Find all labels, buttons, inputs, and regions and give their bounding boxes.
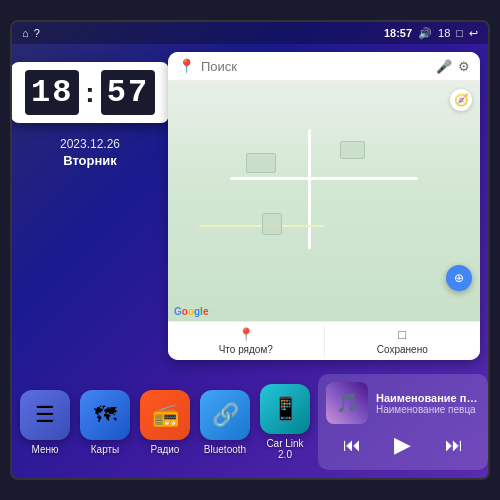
music-artist: Наименование певца [376,404,480,415]
saved-button[interactable]: □ Сохранено [325,322,481,360]
home-icon[interactable]: ⌂ [22,27,29,39]
right-panel: 📍 🎤 ⚙ 🧭 ⊕ Google [168,52,480,360]
saved-icon: □ [398,327,406,342]
status-bar: ⌂ ? 18:57 🔊 18 □ ↩ [12,22,488,44]
back-icon[interactable]: ↩ [469,27,478,40]
clock-hours: 18 [25,70,79,115]
music-panel: 🎵 Наименование песни Наименование певца … [318,374,488,470]
signal-icon: □ [456,27,463,39]
status-nav-icons: ⌂ ? [22,27,40,39]
maps-app-icon: 🗺 [80,390,130,440]
google-logo: Google [174,306,208,317]
nav-icon[interactable]: ? [34,27,40,39]
map-footer: 📍 Что рядом? □ Сохранено [168,321,480,360]
date-text: 2023.12.26 [60,137,120,151]
volume-icon: 🔊 [418,27,432,40]
map-block-3 [262,213,282,235]
gear-icon[interactable]: ⚙ [458,59,470,74]
music-info: Наименование песни Наименование певца [376,392,480,415]
app-item-bluetooth[interactable]: 🔗 Bluetooth [200,390,250,455]
map-pin-icon: 📍 [178,58,195,74]
battery-level: 18 [438,27,450,39]
map-location-button[interactable]: ⊕ [446,265,472,291]
map-compass[interactable]: 🧭 [450,89,472,111]
saved-label: Сохранено [377,344,428,355]
music-album-art-inner: 🎵 [326,382,368,424]
bluetooth-app-icon: 🔗 [200,390,250,440]
music-controls: ⏮ ▶ ⏭ [326,430,480,460]
app-item-carlink[interactable]: 📱 Car Link 2.0 [260,384,310,460]
day-text: Вторник [60,153,120,168]
menu-app-icon: ☰ [20,390,70,440]
next-button[interactable]: ⏭ [437,433,471,458]
map-road-vertical [308,129,311,249]
previous-button[interactable]: ⏮ [335,433,369,458]
music-title: Наименование песни [376,392,480,404]
map-widget: 📍 🎤 ⚙ 🧭 ⊕ Google [168,52,480,360]
clock-colon: : [83,77,96,109]
status-time: 18:57 [384,27,412,39]
app-item-menu[interactable]: ☰ Меню [20,390,70,455]
radio-app-label: Радио [151,444,180,455]
menu-app-label: Меню [31,444,58,455]
date-info: 2023.12.26 Вторник [60,137,120,168]
carlink-app-icon: 📱 [260,384,310,434]
app-item-radio[interactable]: 📻 Радио [140,390,190,455]
nearby-icon: 📍 [238,327,254,342]
map-area[interactable]: 🧭 ⊕ Google [168,81,480,321]
play-button[interactable]: ▶ [386,430,419,460]
map-block-1 [246,153,276,173]
nearby-label: Что рядом? [219,344,273,355]
app-item-maps[interactable]: 🗺 Карты [80,390,130,455]
map-road-horizontal [230,177,417,180]
clock-minutes: 57 [101,70,155,115]
flip-clock: 18 : 57 [11,62,169,123]
radio-app-icon: 📻 [140,390,190,440]
music-top: 🎵 Наименование песни Наименование певца [326,382,480,424]
carlink-app-label: Car Link 2.0 [260,438,310,460]
device-frame: ⌂ ? 18:57 🔊 18 □ ↩ 18 : 57 2023.12.26 Вт… [10,20,490,480]
left-panel: 18 : 57 2023.12.26 Вторник [20,52,160,360]
bluetooth-app-label: Bluetooth [204,444,246,455]
map-block-2 [340,141,365,159]
mic-icon[interactable]: 🎤 [436,59,452,74]
map-search-input[interactable] [201,59,430,74]
map-search-bar: 📍 🎤 ⚙ [168,52,480,81]
main-content: 18 : 57 2023.12.26 Вторник 📍 🎤 ⚙ [12,44,488,368]
apps-panel: ☰ Меню 🗺 Карты 📻 Радио 🔗 Bluetooth 📱 Car… [20,374,310,470]
music-album-art: 🎵 [326,382,368,424]
bottom-section: ☰ Меню 🗺 Карты 📻 Радио 🔗 Bluetooth 📱 Car… [12,368,488,478]
nearby-button[interactable]: 📍 Что рядом? [168,322,324,360]
maps-app-label: Карты [91,444,120,455]
